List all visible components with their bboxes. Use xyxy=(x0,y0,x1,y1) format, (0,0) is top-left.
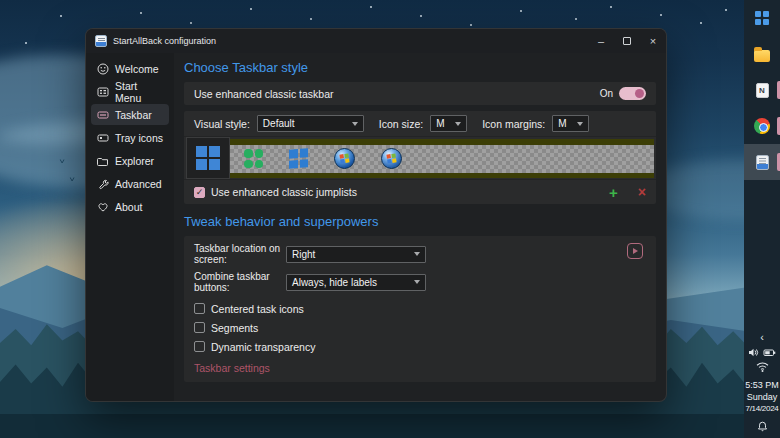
sidebar-item-label: Taskbar xyxy=(115,109,152,121)
sidebar-item-about[interactable]: About xyxy=(91,196,169,217)
star xyxy=(610,6,612,8)
dynamic-transparency-checkbox[interactable] xyxy=(194,341,205,352)
star xyxy=(310,18,312,20)
taskbar-file-explorer[interactable] xyxy=(744,36,780,72)
taskbar-chrome[interactable] xyxy=(744,108,780,144)
notepad-icon: N xyxy=(756,83,769,98)
clock-time: 5:53 PM xyxy=(745,379,779,391)
sidebar-item-tray-icons[interactable]: Tray icons xyxy=(91,127,169,148)
windows-start-icon xyxy=(755,11,769,25)
startallback-window: StartAllBack configuration – × Welcome xyxy=(85,28,667,402)
style-panel: Visual style: Default Icon size: M Icon … xyxy=(184,111,656,204)
smiley-icon xyxy=(96,62,109,75)
titlebar[interactable]: StartAllBack configuration – × xyxy=(86,29,666,53)
segments-checkbox[interactable] xyxy=(194,322,205,333)
green-clover-logo-icon[interactable] xyxy=(244,149,263,168)
style-strip xyxy=(230,139,654,178)
taskbar-location-label: Taskbar location on screen: xyxy=(194,243,286,265)
toggle-knob xyxy=(635,89,644,98)
chevron-down-icon xyxy=(455,122,461,126)
tray-icon xyxy=(96,131,109,144)
tray-clock[interactable]: 5:53 PM Sunday 7/14/2024 xyxy=(745,379,779,415)
centered-task-icons-label: Centered task icons xyxy=(211,303,304,315)
dynamic-transparency-label: Dynamic transparency xyxy=(211,341,315,353)
combine-buttons-select[interactable]: Always, hide labels xyxy=(286,274,426,291)
add-style-button[interactable]: + xyxy=(609,185,618,200)
sidebar-item-advanced[interactable]: Advanced xyxy=(91,173,169,194)
sidebar-item-label: About xyxy=(115,201,142,213)
tray-overflow-chevron[interactable]: ‹ xyxy=(760,332,764,342)
visual-style-value: Default xyxy=(263,118,295,129)
bird: ˅ xyxy=(69,176,75,183)
bell-icon[interactable] xyxy=(757,418,768,436)
dynamic-transparency-row: Dynamic transparency xyxy=(194,337,646,356)
sidebar-item-start-menu[interactable]: Start Menu xyxy=(91,81,169,102)
taskbar-icon xyxy=(96,108,109,121)
windows7-orb-icon[interactable] xyxy=(334,148,355,169)
forest-base xyxy=(0,414,780,438)
star xyxy=(60,15,62,17)
window-title: StartAllBack configuration xyxy=(113,36,216,46)
sidebar-item-label: Tray icons xyxy=(115,132,163,144)
taskbar-startallback[interactable] xyxy=(744,144,780,180)
icon-size-label: Icon size: xyxy=(379,118,423,130)
taskbar-style-preview xyxy=(184,137,656,180)
preview-play-button[interactable] xyxy=(627,243,643,259)
icon-size-select[interactable]: M xyxy=(430,115,467,132)
chevron-down-icon xyxy=(414,280,420,284)
icon-margins-value: M xyxy=(558,118,566,129)
wrench-icon xyxy=(96,177,109,190)
file-explorer-icon xyxy=(754,50,770,62)
close-button[interactable]: × xyxy=(640,29,666,53)
combine-buttons-value: Always, hide labels xyxy=(292,277,377,288)
jumplists-label: Use enhanced classic jumplists xyxy=(211,186,357,198)
sidebar-item-welcome[interactable]: Welcome xyxy=(91,58,169,79)
folder-icon xyxy=(96,154,109,167)
section-heading-behavior: Tweak behavior and superpowers xyxy=(184,214,656,229)
behavior-panel: Taskbar location on screen: Right Combin… xyxy=(184,236,656,382)
jumplists-checkbox[interactable]: ✓ xyxy=(194,187,205,198)
taskbar-notepad[interactable]: N xyxy=(744,72,780,108)
style-options-row: Visual style: Default Icon size: M Icon … xyxy=(184,111,656,137)
jumplists-row: ✓ Use enhanced classic jumplists + × xyxy=(184,180,656,204)
centered-task-icons-row: Centered task icons xyxy=(194,299,646,318)
minimize-button[interactable]: – xyxy=(588,29,614,53)
star xyxy=(575,18,577,20)
section-heading-taskbar-style: Choose Taskbar style xyxy=(184,60,656,75)
style-windows11-selected[interactable] xyxy=(186,137,230,179)
visual-style-label: Visual style: xyxy=(194,118,250,130)
sidebar-item-label: Welcome xyxy=(115,63,159,75)
maximize-icon xyxy=(623,37,631,45)
settings-content: Choose Taskbar style Use enhanced classi… xyxy=(174,53,666,401)
enhanced-taskbar-toggle[interactable] xyxy=(619,87,646,100)
maximize-button[interactable] xyxy=(614,29,640,53)
volume-icon[interactable] xyxy=(748,347,759,358)
star xyxy=(420,15,422,17)
star xyxy=(250,8,252,10)
wifi-icon[interactable] xyxy=(756,362,769,372)
star xyxy=(700,22,702,24)
windows8-logo-icon[interactable] xyxy=(289,148,308,169)
vista-orb-icon[interactable] xyxy=(381,148,402,169)
remove-style-button[interactable]: × xyxy=(638,185,646,199)
star xyxy=(190,22,192,24)
sidebar-item-taskbar[interactable]: Taskbar xyxy=(91,104,169,125)
star xyxy=(660,14,662,16)
star xyxy=(470,24,472,26)
chrome-icon xyxy=(754,118,770,134)
start-button[interactable] xyxy=(744,0,780,36)
icon-margins-select[interactable]: M xyxy=(552,115,589,132)
sidebar-item-label: Start Menu xyxy=(115,80,164,104)
play-icon xyxy=(633,248,638,254)
sidebar-item-explorer[interactable]: Explorer xyxy=(91,150,169,171)
icon-size-value: M xyxy=(436,118,444,129)
clock-date: 7/14/2024 xyxy=(745,403,779,415)
visual-style-select[interactable]: Default xyxy=(257,115,364,132)
centered-task-icons-checkbox[interactable] xyxy=(194,303,205,314)
taskbar-settings-link[interactable]: Taskbar settings xyxy=(194,362,646,374)
star xyxy=(140,12,142,14)
battery-icon[interactable] xyxy=(763,347,776,358)
windows11-logo-icon xyxy=(196,146,220,170)
taskbar-location-select[interactable]: Right xyxy=(286,246,426,263)
star xyxy=(370,6,372,8)
